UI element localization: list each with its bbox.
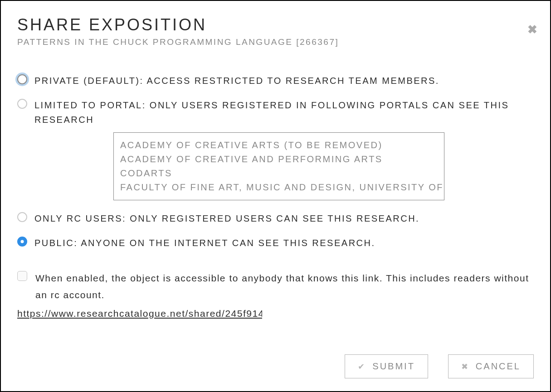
cancel-button-label: CANCEL	[476, 361, 521, 372]
dialog-subtitle: PATTERNS IN THE CHUCK PROGRAMMING LANGUA…	[17, 37, 534, 47]
option-public-label: PUBLIC: ANYONE ON THE INTERNET CAN SEE T…	[34, 236, 375, 250]
portal-item[interactable]: CODARTS	[120, 166, 438, 180]
x-icon: ✖	[461, 362, 469, 372]
radio-portal[interactable]	[17, 99, 27, 109]
check-icon: ✔	[358, 362, 366, 372]
cancel-button[interactable]: ✖ CANCEL	[448, 354, 534, 378]
dialog-title: SHARE EXPOSITION	[17, 15, 534, 34]
radio-public[interactable]	[17, 237, 27, 247]
radio-private[interactable]	[17, 74, 27, 84]
link-sharing-row: When enabled, the object is accessible t…	[17, 270, 534, 304]
radio-rc-users[interactable]	[17, 212, 27, 222]
close-icon[interactable]: ✖	[527, 23, 537, 37]
share-exposition-dialog: ✖ SHARE EXPOSITION PATTERNS IN THE CHUCK…	[0, 0, 551, 392]
portal-item[interactable]: ACADEMY OF CREATIVE AND PERFORMING ARTS	[120, 152, 438, 166]
portal-list[interactable]: ACADEMY OF CREATIVE ARTS (TO BE REMOVED)…	[113, 132, 444, 200]
share-link[interactable]: https://www.researchcatalogue.net/shared…	[17, 305, 262, 323]
option-rc-users-label: ONLY RC USERS: ONLY REGISTERED USERS CAN…	[34, 211, 419, 226]
link-sharing-label: When enabled, the object is accessible t…	[35, 270, 534, 304]
portal-item[interactable]: FACULTY OF FINE ART, MUSIC AND DESIGN, U…	[120, 180, 438, 194]
submit-button[interactable]: ✔ SUBMIT	[345, 354, 428, 378]
option-private[interactable]: PRIVATE (DEFAULT): ACCESS RESTRICTED TO …	[17, 73, 534, 88]
option-portal-label: LIMITED TO PORTAL: ONLY USERS REGISTERED…	[34, 98, 534, 127]
option-rc-users[interactable]: ONLY RC USERS: ONLY REGISTERED USERS CAN…	[17, 211, 534, 226]
link-sharing-checkbox[interactable]	[17, 271, 27, 281]
portal-item[interactable]: ACADEMY OF CREATIVE ARTS (TO BE REMOVED)	[120, 138, 438, 152]
dialog-button-row: ✔ SUBMIT ✖ CANCEL	[345, 354, 534, 378]
option-public[interactable]: PUBLIC: ANYONE ON THE INTERNET CAN SEE T…	[17, 236, 534, 250]
submit-button-label: SUBMIT	[372, 361, 415, 372]
option-private-label: PRIVATE (DEFAULT): ACCESS RESTRICTED TO …	[34, 73, 439, 88]
option-portal[interactable]: LIMITED TO PORTAL: ONLY USERS REGISTERED…	[17, 98, 534, 127]
